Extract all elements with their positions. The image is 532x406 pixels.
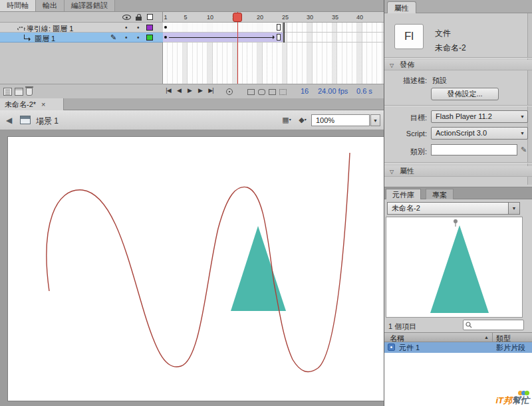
script-dropdown[interactable]: ActionScript 3.0 ▼ bbox=[431, 127, 528, 140]
layer-lock-dot[interactable]: • bbox=[137, 34, 140, 41]
guided-layer-icon bbox=[24, 35, 29, 39]
frame-rate-value[interactable]: 24.00 fps bbox=[318, 87, 348, 95]
center-frame-icon[interactable] bbox=[226, 88, 233, 95]
tab-compiler-errors[interactable]: 編譯器錯誤 bbox=[65, 0, 115, 11]
pencil-icon[interactable]: ✎ bbox=[521, 146, 527, 154]
frame-number: 10 bbox=[205, 14, 215, 21]
target-value: Flash Player 11.2 bbox=[436, 112, 492, 120]
library-document-select[interactable]: 未命名-2 ▼ bbox=[387, 202, 520, 215]
playhead-handle[interactable] bbox=[233, 13, 242, 22]
sort-ascending-icon[interactable]: ▲ bbox=[484, 335, 489, 340]
layer1-frames[interactable] bbox=[163, 33, 384, 43]
modify-markers-icon[interactable] bbox=[279, 89, 287, 95]
edit-scene-button[interactable]: ▦▾ bbox=[279, 115, 294, 126]
new-folder-button[interactable] bbox=[15, 88, 23, 96]
playback-controls: |◀ ◀ ▶ ▶ ▶| bbox=[164, 86, 215, 94]
layer-row-layer1[interactable]: 圖層 1 ✎ • • bbox=[0, 33, 163, 43]
target-dropdown[interactable]: Flash Player 11.2 ▼ bbox=[431, 110, 528, 123]
tab-project[interactable]: 專案 bbox=[426, 189, 454, 200]
tab-properties[interactable]: 屬性 bbox=[387, 1, 416, 13]
guide-frame-span[interactable] bbox=[163, 23, 283, 32]
layer-name[interactable]: 圖層 1 bbox=[35, 34, 55, 44]
library-item-name[interactable]: 元件 1 bbox=[399, 343, 420, 353]
frame-number: 30 bbox=[305, 14, 315, 21]
layer-visible-dot[interactable]: • bbox=[125, 24, 128, 31]
document-tab[interactable]: 未命名-2* × bbox=[0, 98, 64, 110]
layer-lock-dot[interactable]: • bbox=[137, 24, 140, 31]
layer-color-swatch[interactable] bbox=[146, 35, 153, 41]
profile-value: 預設 bbox=[432, 76, 447, 86]
lock-icon[interactable] bbox=[136, 17, 142, 21]
properties-scrollbar[interactable] bbox=[527, 13, 532, 185]
layer-list-header bbox=[0, 12, 163, 23]
elapsed-time-value: 0.6 s bbox=[356, 87, 372, 95]
pin-icon[interactable] bbox=[452, 219, 460, 227]
library-item-type: 影片片段 bbox=[496, 343, 525, 353]
end-keyframe-marker bbox=[277, 34, 281, 41]
stage-artwork bbox=[8, 137, 384, 401]
edit-multiple-frames-icon[interactable] bbox=[269, 89, 276, 95]
onion-skin-outline-icon[interactable] bbox=[258, 89, 265, 95]
current-frame-counter[interactable]: 16 bbox=[301, 87, 309, 95]
step-back-button[interactable]: ◀ bbox=[174, 86, 184, 94]
tween-frame-span[interactable] bbox=[163, 33, 283, 42]
collapse-triangle-icon[interactable]: ▽ bbox=[390, 60, 394, 70]
tween-arrow-line bbox=[169, 37, 274, 38]
chevron-down-icon[interactable]: ▼ bbox=[508, 202, 520, 215]
preview-artwork bbox=[386, 217, 522, 317]
layer-list: 導引線: 圖層 1 • • 圖層 1 ✎ • • bbox=[0, 12, 163, 84]
stage[interactable] bbox=[8, 137, 384, 401]
divider bbox=[384, 105, 532, 106]
outline-icon[interactable] bbox=[147, 14, 153, 20]
frames-grid[interactable] bbox=[163, 23, 384, 84]
library-item-list[interactable]: 元件 1 影片片段 iT邦幫忙 bbox=[384, 342, 532, 406]
close-icon[interactable]: × bbox=[41, 101, 45, 108]
document-tab-label: 未命名-2* bbox=[5, 100, 36, 110]
show-hide-icon[interactable] bbox=[122, 15, 131, 20]
library-search-box[interactable] bbox=[463, 320, 524, 330]
publish-section-header[interactable]: ▽ 發佈 bbox=[384, 60, 532, 70]
layer-color-swatch[interactable] bbox=[146, 25, 153, 31]
triangle-shape[interactable] bbox=[231, 226, 286, 311]
play-button[interactable]: ▶ bbox=[185, 86, 194, 94]
frame-number: 40 bbox=[354, 14, 365, 21]
tab-output[interactable]: 輸出 bbox=[36, 0, 65, 11]
guide-layer-frames[interactable] bbox=[163, 23, 384, 33]
publish-settings-button[interactable]: 發佈設定... bbox=[431, 88, 499, 100]
back-arrow-icon[interactable]: ◀ bbox=[6, 116, 12, 125]
divider bbox=[384, 162, 532, 163]
step-forward-button[interactable]: ▶ bbox=[196, 86, 205, 94]
motion-guide-path[interactable] bbox=[47, 153, 350, 372]
layer-row-guide[interactable]: 導引線: 圖層 1 • • bbox=[0, 23, 163, 33]
script-label: Script: bbox=[384, 130, 427, 138]
edit-symbols-button[interactable]: ◆▾ bbox=[295, 115, 310, 126]
zoom-level-input[interactable]: 100% bbox=[311, 114, 370, 126]
pencil-edit-icon: ✎ bbox=[110, 33, 116, 42]
properties-section-header[interactable]: ▽ 屬性 bbox=[384, 166, 532, 177]
collapse-triangle-icon[interactable]: ▽ bbox=[390, 167, 394, 177]
tab-library[interactable]: 元件庫 bbox=[386, 189, 421, 200]
library-item-row[interactable]: 元件 1 影片片段 bbox=[384, 342, 532, 353]
flash-document-icon: Fl bbox=[394, 24, 424, 49]
search-input[interactable] bbox=[474, 320, 521, 330]
tab-timeline[interactable]: 時間軸 bbox=[0, 0, 36, 11]
library-column-header: 名稱 ▲ 類型 bbox=[384, 332, 532, 342]
edit-bar: ◀ 場景 1 ▦▾ ◆▾ 100% ▼ bbox=[0, 110, 384, 130]
new-layer-button[interactable] bbox=[3, 88, 12, 96]
target-label: 目標: bbox=[384, 113, 427, 123]
go-to-first-frame-button[interactable]: |◀ bbox=[164, 86, 173, 94]
delete-layer-button[interactable] bbox=[26, 88, 33, 96]
onion-skin-icon[interactable] bbox=[247, 89, 255, 95]
pasteboard[interactable] bbox=[0, 130, 384, 406]
flash-application-window: 時間軸 輸出 編譯器錯誤 導引線: 圖層 1 • • bbox=[0, 0, 532, 406]
zoom-dropdown-arrow[interactable]: ▼ bbox=[370, 114, 380, 126]
preview-triangle-shape bbox=[430, 225, 489, 313]
timeline-tabbar: 時間軸 輸出 編譯器錯誤 bbox=[0, 0, 384, 12]
frames-ruler[interactable]: 1 5 10 15 20 25 30 35 40 bbox=[163, 12, 384, 23]
go-to-last-frame-button[interactable]: ▶| bbox=[206, 86, 215, 94]
column-divider[interactable] bbox=[492, 333, 493, 342]
layer-visible-dot[interactable]: • bbox=[125, 34, 128, 41]
class-input[interactable] bbox=[431, 144, 517, 155]
frames-area[interactable]: 1 5 10 15 20 25 30 35 40 bbox=[163, 12, 384, 84]
document-name[interactable]: 未命名-2 bbox=[435, 43, 466, 54]
